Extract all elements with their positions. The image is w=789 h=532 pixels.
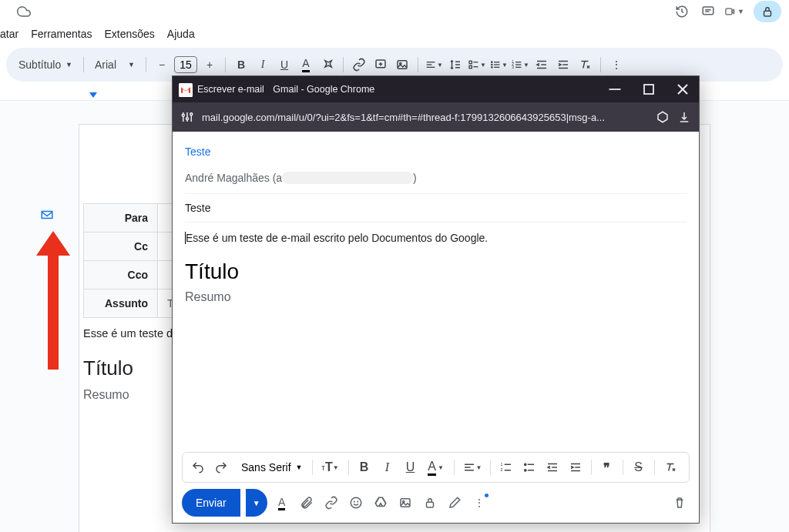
history-icon[interactable] [672, 2, 692, 22]
extension-icon[interactable] [656, 110, 670, 124]
indent-increase-icon[interactable] [554, 55, 572, 74]
bullet-list-icon[interactable]: ▼ [489, 55, 508, 74]
attach-icon[interactable] [297, 493, 317, 513]
svg-point-58 [524, 463, 525, 465]
highlight-icon[interactable] [318, 55, 337, 74]
svg-rect-19 [469, 65, 472, 68]
compose-align-icon[interactable]: ▼ [459, 457, 485, 478]
clear-formatting-icon[interactable] [576, 55, 594, 74]
font-size-increase[interactable]: + [200, 55, 219, 74]
font-size-value[interactable]: 15 [174, 56, 197, 73]
compose-font-selector[interactable]: Sans Serif ▼ [233, 461, 307, 473]
paragraph-style-selector[interactable]: Subtítulo ▼ [14, 55, 77, 74]
compose-underline-icon[interactable]: U [400, 457, 421, 478]
font-size-decrease[interactable]: − [153, 55, 171, 74]
chrome-addressbar[interactable]: mail.google.com/mail/u/0/?ui=2&fs=1&tf=c… [173, 102, 699, 132]
compose-body[interactable]: Esse é um teste de e-mail escrito pelo D… [173, 223, 699, 452]
window-title-suffix: Gmail - Google Chrome [273, 84, 374, 95]
menu-help[interactable]: Ajuda [161, 25, 201, 43]
font-size-control: − 15 + [153, 55, 219, 74]
svg-rect-71 [401, 499, 410, 507]
line-spacing-icon[interactable] [446, 55, 465, 74]
undo-icon[interactable] [187, 457, 209, 478]
compose-font-label: Sans Serif [241, 461, 291, 473]
svg-marker-50 [658, 112, 667, 122]
compose-indent-more-icon[interactable] [565, 457, 586, 478]
checklist-icon[interactable]: ▼ [468, 55, 486, 74]
font-selector[interactable]: Arial ▼ [90, 55, 139, 74]
compose-numbered-list-icon[interactable]: 12 [495, 457, 517, 478]
window-maximize[interactable] [639, 79, 659, 99]
svg-rect-3 [726, 8, 732, 15]
send-options-button[interactable]: ▼ [246, 489, 267, 517]
url-text[interactable]: mail.google.com/mail/u/0/?ui=2&fs=1&tf=c… [202, 112, 648, 123]
gmail-draft-marker-icon[interactable] [40, 208, 59, 226]
compose-text-color-icon[interactable]: A▼ [423, 457, 449, 478]
svg-rect-5 [764, 11, 771, 16]
signature-icon[interactable] [445, 493, 465, 513]
send-button[interactable]: Enviar [182, 489, 240, 517]
download-icon[interactable] [677, 110, 691, 124]
insert-link-icon[interactable] [321, 493, 341, 513]
compose-bullet-list-icon[interactable] [519, 457, 540, 478]
confidential-icon[interactable] [420, 493, 440, 513]
align-icon[interactable]: ▼ [425, 55, 443, 74]
svg-rect-0 [703, 7, 713, 15]
compose-indent-less-icon[interactable] [542, 457, 563, 478]
video-icon[interactable]: ▼ [724, 2, 744, 22]
compose-clear-formatting-icon[interactable] [660, 457, 681, 478]
site-settings-icon[interactable] [180, 110, 194, 124]
compose-subtitle[interactable]: Resumo [185, 290, 687, 304]
svg-rect-17 [469, 61, 472, 63]
svg-text:1: 1 [500, 462, 502, 467]
menu-format[interactable]: atar [0, 25, 25, 43]
svg-text:3: 3 [512, 65, 514, 69]
svg-rect-73 [426, 502, 433, 507]
recipient-close: ) [413, 172, 417, 184]
compose-strikethrough-icon[interactable]: S [628, 457, 650, 478]
discard-draft-icon[interactable] [670, 493, 690, 513]
chrome-titlebar[interactable]: Escrever e-mail Gmail - Google Chrome [173, 76, 699, 102]
menu-tools[interactable]: Ferramentas [25, 25, 98, 43]
indent-decrease-icon[interactable] [532, 55, 551, 74]
compose-recipient-row[interactable]: André Magalhães (a ) [185, 162, 687, 194]
compose-top-subject[interactable]: Teste [185, 141, 687, 162]
underline-icon[interactable]: U [275, 55, 294, 74]
bold-icon[interactable]: B [232, 55, 250, 74]
compose-quote-icon[interactable]: ❞ [596, 457, 618, 478]
redacted-email [282, 172, 413, 184]
font-size-icon[interactable]: тT ▼ [317, 457, 344, 478]
lock-button[interactable] [754, 1, 781, 22]
gmail-favicon-icon [179, 83, 191, 95]
insert-image-icon[interactable] [393, 55, 411, 74]
style-label: Subtítulo [18, 59, 61, 71]
link-icon[interactable] [350, 55, 368, 74]
compose-body-text[interactable]: Esse é um teste de e-mail escrito pelo D… [185, 232, 687, 244]
svg-point-69 [354, 501, 354, 502]
drive-icon[interactable] [371, 493, 391, 513]
text-format-icon[interactable]: A [272, 493, 292, 513]
menu-extensions[interactable]: Extensões [98, 25, 160, 43]
svg-point-68 [351, 497, 361, 508]
subject-label: Assunto [84, 289, 158, 318]
compose-bold-icon[interactable]: B [354, 457, 375, 478]
comment-icon[interactable] [698, 2, 718, 22]
window-close[interactable] [673, 79, 693, 99]
svg-rect-9 [398, 61, 407, 69]
insert-photo-icon[interactable] [395, 493, 415, 513]
svg-point-23 [492, 64, 492, 65]
window-minimize[interactable] [605, 79, 625, 99]
more-icon[interactable]: ⋮ [607, 55, 626, 74]
italic-icon[interactable]: I [253, 55, 272, 74]
compose-title[interactable]: Título [185, 259, 687, 284]
svg-point-47 [182, 114, 184, 116]
text-color-icon[interactable]: A [297, 55, 315, 74]
add-comment-icon[interactable] [371, 55, 390, 74]
redo-icon[interactable] [210, 457, 232, 478]
chrome-popup-window: Escrever e-mail Gmail - Google Chrome ma… [172, 75, 700, 524]
compose-subject-row[interactable]: Teste [185, 194, 687, 223]
emoji-icon[interactable] [346, 493, 366, 513]
numbered-list-icon[interactable]: 123 ▼ [511, 55, 529, 74]
more-options-icon[interactable]: ⋮ [469, 493, 489, 513]
compose-italic-icon[interactable]: I [377, 457, 398, 478]
